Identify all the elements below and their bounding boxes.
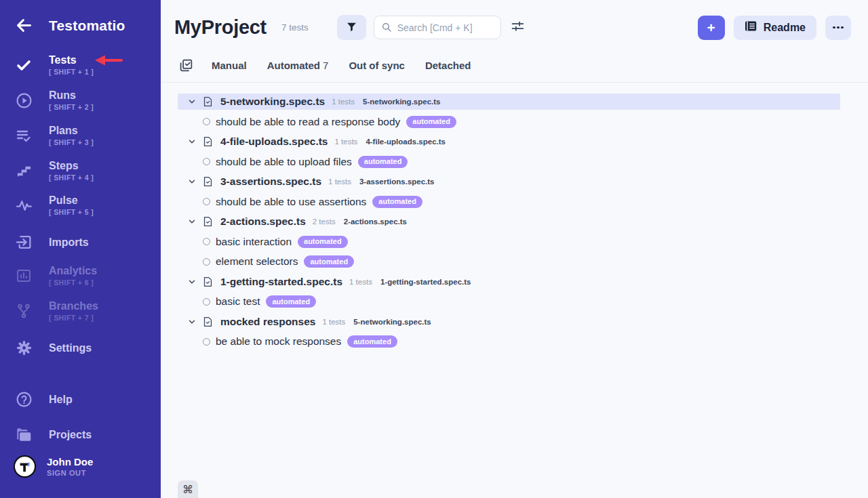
check-icon	[14, 57, 34, 73]
user-avatar	[14, 455, 36, 478]
sidebar-item-pulse[interactable]: Pulse [ SHIFT + 5 ]	[0, 194, 161, 216]
automated-badge: automated	[266, 295, 316, 308]
pulse-icon	[14, 197, 34, 214]
group-count: 1 tests	[334, 138, 357, 146]
steps-icon	[14, 163, 34, 179]
app-title: Testomatio	[49, 18, 125, 34]
sliders-icon	[511, 20, 525, 36]
sidebar-item-help[interactable]: Help	[0, 391, 161, 408]
group-name: 1-getting-started.spec.ts	[220, 276, 342, 288]
test-group-row[interactable]: 2-actions.spec.ts 2 tests 2-actions.spec…	[178, 213, 840, 230]
group-name: 5-networking.spec.ts	[220, 96, 325, 108]
back-arrow-icon[interactable]	[14, 16, 34, 35]
select-all-icon[interactable]	[179, 58, 193, 72]
sidebar-item-plans[interactable]: Plans [ SHIFT + 3 ]	[0, 125, 161, 146]
cmd-key-hint[interactable]: ⌘	[178, 480, 198, 498]
sidebar-brand: Testomatio	[0, 16, 161, 35]
sidebar-user[interactable]: John Doe SIGN OUT	[0, 455, 161, 478]
group-name: 4-file-uploads.spec.ts	[220, 136, 328, 148]
test-status-icon	[203, 298, 210, 306]
tab-automated[interactable]: Automated7	[267, 60, 329, 71]
test-tabs: Manual Automated7 Out of sync Detached	[161, 56, 868, 75]
chevron-down-icon[interactable]	[187, 177, 197, 186]
sidebar-item-steps[interactable]: Steps [ SHIFT + 4 ]	[0, 160, 161, 182]
page-title: MyProject	[174, 16, 267, 39]
automated-badge: automated	[372, 196, 422, 208]
more-options-button[interactable]	[825, 16, 851, 40]
test-row[interactable]: basic interaction automated	[178, 234, 868, 250]
group-file-path: 3-assertions.spec.ts	[359, 178, 435, 186]
sidebar-item-imports[interactable]: Imports	[0, 234, 161, 251]
group-file-path: 4-file-uploads.spec.ts	[366, 138, 446, 146]
readme-button[interactable]: Readme	[734, 16, 816, 40]
sidebar-item-branches[interactable]: Branches [ SHIFT + 7 ]	[0, 300, 161, 322]
add-test-button[interactable]: +	[698, 16, 725, 40]
test-title: should be able to read a response body	[216, 116, 400, 128]
chevron-down-icon[interactable]	[187, 317, 197, 327]
tab-manual[interactable]: Manual	[212, 60, 247, 71]
test-row[interactable]: element selectors automated	[178, 253, 868, 270]
test-row[interactable]: basic test automated	[178, 293, 868, 310]
test-row[interactable]: be able to mock responses automated	[178, 333, 868, 350]
test-title: basic test	[216, 295, 260, 308]
test-status-icon	[203, 338, 210, 346]
automated-badge: automated	[406, 116, 456, 128]
test-status-icon	[203, 158, 210, 165]
sidebar-item-tests[interactable]: Tests [ SHIFT + 1 ]	[0, 54, 161, 76]
tab-out-of-sync[interactable]: Out of sync	[349, 60, 405, 71]
test-group-row[interactable]: 5-networking.spec.ts 1 tests 5-networkin…	[178, 94, 840, 110]
test-group-row[interactable]: 4-file-uploads.spec.ts 1 tests 4-file-up…	[178, 133, 840, 150]
test-title: element selectors	[216, 255, 298, 268]
sidebar-item-runs[interactable]: Runs [ SHIFT + 2 ]	[0, 89, 161, 111]
chevron-down-icon[interactable]	[187, 277, 197, 287]
sidebar-item-settings[interactable]: Settings	[0, 339, 161, 356]
automated-badge: automated	[304, 255, 354, 268]
test-row[interactable]: should be able to use assertions automat…	[178, 194, 868, 210]
test-group-row[interactable]: 3-assertions.spec.ts 1 tests 3-assertion…	[178, 173, 840, 190]
test-tree: 5-networking.spec.ts 1 tests 5-networkin…	[161, 83, 868, 350]
search-input[interactable]	[374, 16, 501, 39]
tab-detached[interactable]: Detached	[425, 60, 471, 71]
annotation-arrow-icon	[92, 53, 123, 70]
test-title: basic interaction	[216, 236, 292, 248]
file-check-icon	[202, 276, 214, 288]
automated-badge: automated	[358, 156, 408, 168]
user-name: John Doe	[47, 456, 93, 468]
chevron-down-icon[interactable]	[187, 137, 197, 146]
import-icon	[14, 234, 34, 251]
help-circle-icon	[14, 391, 34, 408]
group-name: 2-actions.spec.ts	[220, 215, 306, 228]
project-header: MyProject 7 tests + Readme	[161, 0, 868, 40]
funnel-icon	[346, 21, 357, 35]
filter-button[interactable]	[337, 15, 366, 40]
group-file-path: 1-getting-started.spec.ts	[380, 278, 471, 286]
git-branch-icon	[14, 303, 34, 319]
group-file-path: 5-networking.spec.ts	[353, 318, 431, 326]
test-group-row[interactable]: 1-getting-started.spec.ts 1 tests 1-gett…	[178, 274, 840, 290]
view-options-button[interactable]	[511, 20, 525, 36]
chevron-down-icon[interactable]	[187, 217, 197, 226]
test-title: be able to mock responses	[216, 335, 341, 348]
test-title: should be able to upload files	[216, 156, 352, 168]
sidebar: Testomatio Tests [ SHIFT + 1 ] Runs [ SH…	[0, 0, 161, 498]
chevron-down-icon[interactable]	[187, 97, 197, 106]
folder-icon	[14, 426, 34, 444]
test-status-icon	[203, 258, 210, 266]
file-check-icon	[202, 215, 214, 228]
file-check-icon	[202, 175, 214, 188]
file-check-icon	[202, 316, 214, 328]
sidebar-item-analytics[interactable]: Analytics [ SHIFT + 6 ]	[0, 265, 161, 287]
test-status-icon	[203, 198, 210, 205]
test-status-icon	[203, 238, 210, 245]
automated-badge: automated	[298, 236, 348, 248]
test-row[interactable]: should be able to upload files automated	[178, 154, 868, 170]
sidebar-item-projects[interactable]: Projects	[0, 426, 161, 444]
sign-out-link[interactable]: SIGN OUT	[47, 469, 93, 477]
main-content: MyProject 7 tests + Readme	[161, 0, 868, 498]
test-row[interactable]: should be able to read a response body a…	[178, 114, 868, 130]
group-file-path: 5-networking.spec.ts	[363, 98, 440, 106]
test-group-row[interactable]: mocked responses 1 tests 5-networking.sp…	[178, 314, 840, 330]
book-icon	[745, 20, 757, 35]
group-count: 1 tests	[349, 278, 372, 286]
test-status-icon	[203, 118, 210, 125]
